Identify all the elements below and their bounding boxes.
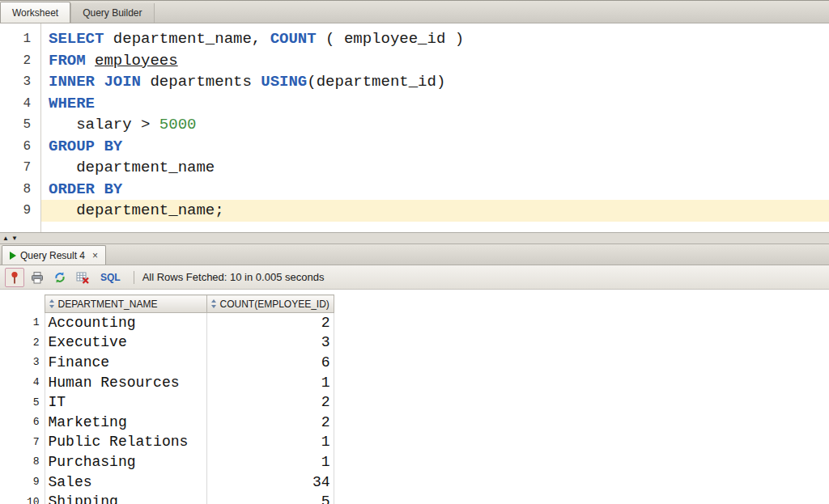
row-number: 1: [0, 313, 45, 333]
sql-editor[interactable]: 1SELECT department_name, COUNT ( employe…: [0, 23, 829, 232]
result-tabbar: Query Result 4 ×: [0, 244, 829, 265]
tab-query-builder-label: Query Builder: [83, 7, 142, 19]
code-line-2[interactable]: 2FROM employees: [0, 50, 829, 72]
line-number: 7: [0, 157, 40, 179]
cell-count[interactable]: 1: [206, 452, 334, 472]
tab-worksheet-label: Worksheet: [12, 7, 58, 19]
line-number: 9: [0, 200, 40, 222]
tab-query-result[interactable]: Query Result 4 ×: [2, 245, 106, 265]
cell-count[interactable]: 2: [206, 392, 334, 413]
table-row[interactable]: 4Human Resources1: [0, 372, 334, 392]
line-number: 1: [0, 28, 40, 50]
code-line-7[interactable]: 7 department_name: [0, 157, 829, 179]
clear-grid-button[interactable]: [73, 268, 92, 287]
refresh-result-button[interactable]: [50, 268, 70, 287]
cell-count[interactable]: 6: [206, 353, 334, 373]
table-row[interactable]: 6Marketing2: [0, 412, 334, 432]
header-corner-cell: [0, 295, 45, 313]
table-row[interactable]: 5IT2: [0, 392, 334, 413]
column-header-count-employee-id[interactable]: COUNT(EMPLOYEE_ID): [206, 295, 334, 313]
table-body: 1Accounting22Executive33Finance64Human R…: [0, 313, 334, 504]
sql-button[interactable]: SQL: [100, 272, 121, 283]
code-text: department_name;: [40, 200, 829, 222]
sort-icon: [49, 299, 55, 309]
code-text: FROM employees: [40, 50, 829, 72]
splitter-collapse-up-icon[interactable]: ▲: [2, 235, 9, 242]
table-row[interactable]: 1Accounting2: [0, 313, 334, 333]
row-number: 6: [0, 412, 45, 432]
code-text: GROUP BY: [40, 136, 829, 158]
row-number: 5: [0, 392, 45, 413]
editor-lines: 1SELECT department_name, COUNT ( employe…: [0, 28, 829, 222]
cell-department-name[interactable]: Executive: [45, 332, 206, 353]
tab-worksheet[interactable]: Worksheet: [0, 2, 70, 23]
cell-department-name[interactable]: Shipping: [45, 492, 206, 504]
tab-query-builder[interactable]: Query Builder: [70, 3, 154, 23]
column-label: DEPARTMENT_NAME: [58, 299, 158, 310]
cell-department-name[interactable]: Public Relations: [45, 432, 206, 452]
print-result-button[interactable]: [28, 268, 47, 287]
table-row[interactable]: 3Finance6: [0, 353, 334, 373]
line-number: 6: [0, 136, 40, 158]
cell-count[interactable]: 34: [206, 472, 334, 492]
cell-department-name[interactable]: Sales: [45, 472, 206, 492]
result-grid: DEPARTMENT_NAME COUNT(EMPLOYEE_ID): [0, 290, 829, 504]
table-row[interactable]: 2Executive3: [0, 332, 334, 353]
table-row[interactable]: 9Sales34: [0, 472, 334, 492]
grid-delete-icon: [75, 270, 90, 285]
row-number: 8: [0, 452, 45, 472]
cell-department-name[interactable]: Finance: [45, 353, 206, 373]
result-toolbar: SQL All Rows Fetched: 10 in 0.005 second…: [0, 265, 829, 290]
code-text: SELECT department_name, COUNT ( employee…: [40, 28, 829, 50]
code-line-8[interactable]: 8ORDER BY: [0, 179, 829, 201]
line-number: 5: [0, 114, 40, 136]
column-label: COUNT(EMPLOYEE_ID): [220, 299, 329, 310]
code-text: WHERE: [40, 93, 829, 115]
cell-department-name[interactable]: Purchasing: [45, 452, 206, 472]
cell-count[interactable]: 5: [206, 492, 334, 504]
row-number: 7: [0, 432, 45, 452]
code-text: salary > 5000: [40, 114, 829, 136]
cell-department-name[interactable]: IT: [45, 392, 206, 413]
fetch-status-text: All Rows Fetched: 10 in 0.005 seconds: [142, 271, 325, 283]
printer-icon: [30, 270, 45, 285]
query-result-play-icon: [10, 252, 16, 260]
code-text: INNER JOIN departments USING(department_…: [40, 71, 829, 93]
code-line-1[interactable]: 1SELECT department_name, COUNT ( employe…: [0, 28, 829, 50]
code-line-3[interactable]: 3INNER JOIN departments USING(department…: [0, 71, 829, 93]
close-tab-button[interactable]: ×: [92, 250, 98, 261]
code-line-6[interactable]: 6GROUP BY: [0, 136, 829, 158]
code-text: department_name: [40, 157, 829, 179]
table-row[interactable]: 7Public Relations1: [0, 432, 334, 452]
line-number: 4: [0, 93, 40, 115]
code-line-4[interactable]: 4WHERE: [0, 93, 829, 115]
column-header-department-name[interactable]: DEPARTMENT_NAME: [45, 295, 206, 313]
table-row[interactable]: 8Purchasing1: [0, 452, 334, 472]
table-header-row: DEPARTMENT_NAME COUNT(EMPLOYEE_ID): [0, 295, 334, 313]
panel-splitter[interactable]: ▲ ▼: [0, 232, 829, 244]
sql-worksheet-window: Worksheet Query Builder 1SELECT departme…: [0, 0, 829, 504]
cell-department-name[interactable]: Marketing: [45, 412, 206, 432]
cell-department-name[interactable]: Accounting: [45, 313, 206, 333]
worksheet-tabbar: Worksheet Query Builder: [0, 1, 829, 23]
line-number: 8: [0, 179, 40, 201]
code-line-5[interactable]: 5 salary > 5000: [0, 114, 829, 136]
splitter-collapse-down-icon[interactable]: ▼: [11, 235, 18, 242]
row-number: 3: [0, 353, 45, 373]
row-number: 2: [0, 332, 45, 353]
row-number: 9: [0, 472, 45, 492]
toolbar-separator: [134, 271, 134, 284]
tab-query-result-label: Query Result 4: [20, 250, 85, 261]
cell-department-name[interactable]: Human Resources: [45, 372, 206, 392]
row-number: 4: [0, 372, 45, 392]
cell-count[interactable]: 2: [206, 313, 334, 333]
pin-result-button[interactable]: [5, 268, 24, 287]
cell-count[interactable]: 1: [206, 372, 334, 392]
table-row[interactable]: 10Shipping5: [0, 492, 334, 504]
line-number: 3: [0, 71, 40, 93]
cell-count[interactable]: 3: [206, 332, 334, 353]
cell-count[interactable]: 1: [206, 432, 334, 452]
code-line-9[interactable]: 9 department_name;: [0, 200, 829, 222]
cell-count[interactable]: 2: [206, 412, 334, 432]
refresh-icon: [53, 270, 67, 285]
